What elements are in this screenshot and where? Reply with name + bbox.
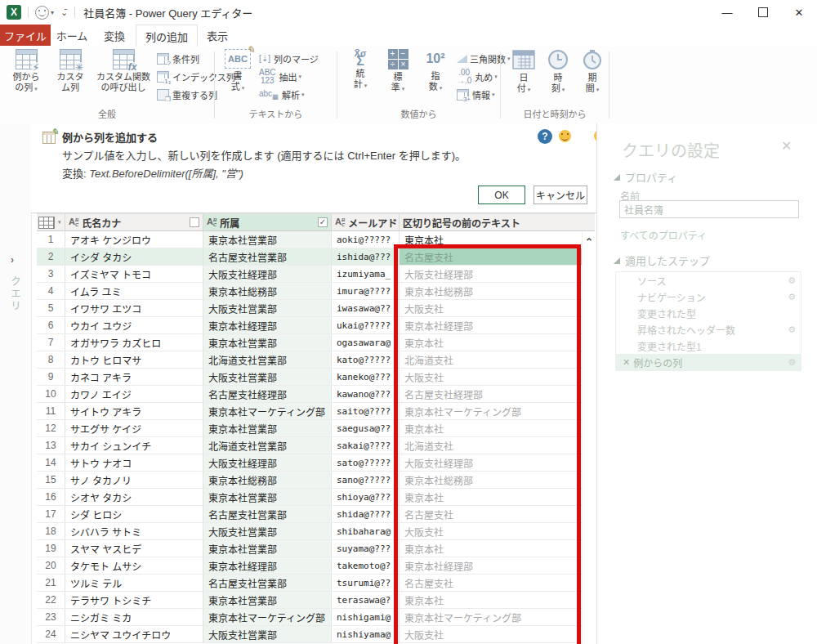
- cell-result[interactable]: 東京本社: [400, 592, 595, 608]
- cell-name-kana[interactable]: カトウ ヒロマサ: [65, 351, 203, 368]
- cell-department[interactable]: 東京本社総務部: [203, 283, 332, 299]
- applied-step-item[interactable]: ナビゲーション⚙: [616, 288, 801, 305]
- table-row[interactable]: 16シオヤ タカシ東京本社営業部shioya@???東京本社: [37, 489, 595, 506]
- cell-department[interactable]: 北海道支社営業部: [203, 351, 332, 368]
- cell-name-kana[interactable]: サエグサ ケイジ: [65, 420, 203, 436]
- cell-email[interactable]: nishigami@: [332, 609, 400, 625]
- cell-result[interactable]: 名古屋支社: [400, 506, 595, 522]
- table-row[interactable]: 11サイトウ アキラ東京本社マーケティング部saito@????東京本社マーケテ…: [37, 403, 595, 420]
- cell-department[interactable]: 大阪支社営業部: [203, 626, 332, 642]
- cell-result[interactable]: 大阪支社経理部: [400, 266, 595, 282]
- table-menu-cell[interactable]: ▾: [37, 214, 65, 230]
- chevron-down-icon[interactable]: ▾: [51, 9, 54, 16]
- table-row[interactable]: 2イシダ タカシ名古屋支社営業部ishida@???名古屋支社: [37, 248, 595, 266]
- close-button[interactable]: ✕: [781, 0, 817, 25]
- cell-name-kana[interactable]: テラサワ トシミチ: [65, 592, 203, 608]
- table-row[interactable]: 12サエグサ ケイジ東京本社営業部saegusa@??東京本社: [37, 420, 595, 437]
- step-settings-gear-icon[interactable]: ⚙: [788, 292, 796, 302]
- table-row[interactable]: 22テラサワ トシミチ東京本社営業部terasawa@?東京本社: [37, 592, 595, 609]
- cell-email[interactable]: kato@?????: [332, 351, 400, 368]
- column-header-email[interactable]: ABC メールアドレス: [332, 214, 400, 230]
- cell-name-kana[interactable]: イムラ ユミ: [65, 283, 203, 299]
- duration-button[interactable]: 期間▾: [576, 49, 609, 108]
- column-from-examples-button[interactable]: ⚡ 例からの列▾: [5, 49, 47, 108]
- column-header-name-kana[interactable]: ABC 氏名カナ: [65, 214, 203, 230]
- table-row[interactable]: 15サノ タカノリ東京本社総務部sano@?????東京本社総務部: [37, 472, 595, 489]
- delete-step-icon[interactable]: ✕: [623, 357, 630, 368]
- cell-result[interactable]: 北海道支社: [400, 351, 595, 368]
- cell-department[interactable]: 名古屋支社経理部: [203, 386, 332, 402]
- tab-transform[interactable]: 変換: [93, 25, 136, 46]
- applied-step-item[interactable]: 変更された型1: [616, 338, 801, 354]
- cell-name-kana[interactable]: イズミヤマ トモコ: [65, 266, 203, 282]
- cell-result[interactable]: 東京本社: [400, 231, 595, 248]
- cell-result[interactable]: 大阪支社: [400, 369, 595, 385]
- feedback-smile-icon[interactable]: [559, 130, 571, 142]
- table-row[interactable]: 24ニシヤマ ユウイチロウ大阪支社営業部nishiyama@大阪支社: [37, 626, 595, 643]
- cell-email[interactable]: shibahara@: [332, 523, 400, 539]
- table-row[interactable]: 5イワサワ エツコ大阪支社営業部iwasawa@??大阪支社: [37, 300, 595, 317]
- applied-step-item[interactable]: 変更された型: [616, 305, 801, 321]
- queries-pane-label[interactable]: クエリ: [7, 275, 23, 312]
- cell-email[interactable]: suyama@???: [332, 540, 400, 557]
- cell-department[interactable]: 大阪支社経理部: [203, 454, 332, 471]
- column-header-new-column[interactable]: 区切り記号の前のテキスト: [400, 214, 595, 230]
- cell-email[interactable]: izumiyama_: [332, 266, 400, 282]
- cell-name-kana[interactable]: イワサワ エツコ: [65, 300, 203, 316]
- cell-name-kana[interactable]: イシダ タカシ: [65, 248, 203, 265]
- table-row[interactable]: 17シダ ヒロシ名古屋支社営業部shida@????名古屋支社: [37, 506, 595, 523]
- cell-email[interactable]: ishida@???: [332, 248, 400, 265]
- cell-email[interactable]: terasawa@?: [332, 592, 400, 608]
- cell-department[interactable]: 東京本社経理部: [203, 317, 332, 333]
- statistics-button[interactable]: X̄σΣ 統計▾: [342, 49, 378, 108]
- cell-name-kana[interactable]: ツルミ テル: [65, 575, 203, 591]
- cell-name-kana[interactable]: サカイ シュンイチ: [65, 437, 203, 454]
- format-button[interactable]: ABC✎ 書式▾: [220, 49, 256, 108]
- cell-name-kana[interactable]: スヤマ ヤスヒデ: [65, 540, 203, 557]
- table-row[interactable]: 14サトウ ナオコ大阪支社経理部sato@?????大阪支社経理部: [37, 454, 595, 472]
- cell-result[interactable]: 名古屋支社: [400, 248, 595, 265]
- cell-department[interactable]: 東京本社マーケティング部: [203, 609, 332, 625]
- vertical-scrollbar[interactable]: ⌃: [582, 231, 596, 644]
- cell-email[interactable]: aoki@?????: [332, 231, 400, 248]
- cell-email[interactable]: kawano@???: [332, 386, 400, 402]
- cell-result[interactable]: 大阪支社: [400, 523, 595, 539]
- table-row[interactable]: 1アオキ ケンジロウ東京本社営業部aoki@?????東京本社: [37, 231, 595, 248]
- parse-button[interactable]: abc▦ 解析▾: [259, 86, 319, 104]
- scroll-up-icon[interactable]: ⌃: [583, 236, 596, 248]
- help-icon[interactable]: ?: [538, 129, 552, 144]
- cell-result[interactable]: 東京本社経理部: [400, 557, 595, 574]
- cell-result[interactable]: 名古屋支社: [400, 575, 595, 591]
- cell-email[interactable]: iwasawa@??: [332, 300, 400, 316]
- invoke-custom-function-button[interactable]: fx カスタム関数の呼び出し: [92, 49, 155, 108]
- cell-department[interactable]: 名古屋支社営業部: [203, 248, 332, 265]
- cell-result[interactable]: 東京本社: [400, 489, 595, 505]
- cell-department[interactable]: 東京本社営業部: [203, 592, 332, 608]
- cell-department[interactable]: 名古屋支社営業部: [203, 506, 332, 522]
- minimize-button[interactable]: —: [709, 0, 745, 25]
- cell-result[interactable]: 北海道支社: [400, 437, 595, 454]
- table-row[interactable]: 18シバハラ サトミ大阪支社営業部shibahara@大阪支社: [37, 523, 595, 540]
- cell-email[interactable]: sakai@????: [332, 437, 400, 454]
- cell-department[interactable]: 東京本社総務部: [203, 472, 332, 488]
- cell-department[interactable]: 東京本社経理部: [203, 557, 332, 574]
- cell-name-kana[interactable]: ニシヤマ ユウイチロウ: [65, 626, 203, 642]
- maximize-button[interactable]: [745, 0, 781, 25]
- cell-email[interactable]: sato@?????: [332, 454, 400, 471]
- cell-email[interactable]: saegusa@??: [332, 420, 400, 436]
- expand-queries-chevron-icon[interactable]: ›: [11, 254, 14, 266]
- cell-email[interactable]: takemoto@?: [332, 557, 400, 574]
- quick-access-toolbar-icon[interactable]: ⌄̄: [60, 7, 68, 18]
- table-row[interactable]: 6ウカイ ユウジ東京本社経理部ukai@?????東京本社経理部: [37, 317, 595, 334]
- cell-result[interactable]: 名古屋支社経理部: [400, 386, 595, 402]
- table-row[interactable]: 13サカイ シュンイチ北海道支社営業部sakai@????北海道支社: [37, 437, 595, 454]
- column-header-department[interactable]: ABC 所属 ✓: [203, 214, 332, 230]
- time-button[interactable]: 時刻▾: [542, 49, 574, 108]
- cell-department[interactable]: 東京本社営業部: [203, 489, 332, 505]
- step-settings-gear-icon[interactable]: ⚙: [788, 275, 796, 286]
- cell-name-kana[interactable]: オガサワラ カズヒロ: [65, 334, 203, 351]
- cell-result[interactable]: 東京本社: [400, 420, 595, 436]
- cell-result[interactable]: 東京本社マーケティング部: [400, 609, 595, 625]
- cell-name-kana[interactable]: アオキ ケンジロウ: [65, 231, 203, 248]
- table-row[interactable]: 20タケモト ムサシ東京本社経理部takemoto@?東京本社経理部: [37, 557, 595, 575]
